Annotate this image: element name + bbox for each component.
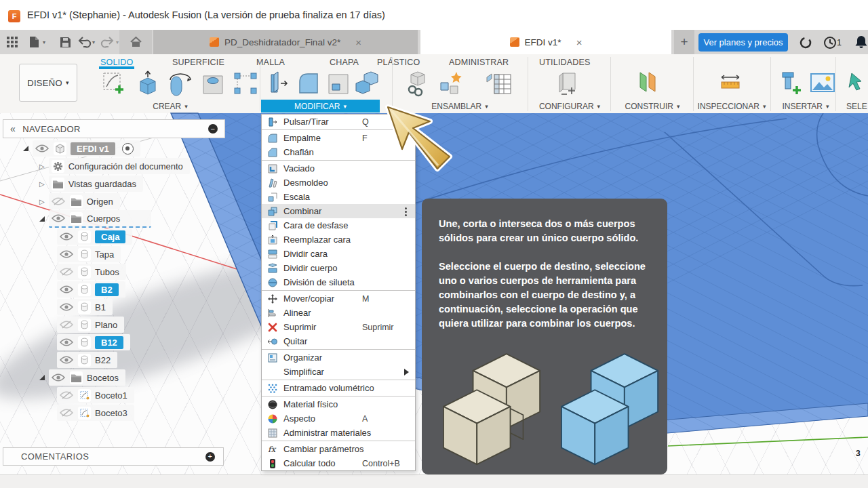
tree-item[interactable]: Configuración del documento	[49, 158, 190, 174]
menu-item[interactable]: Material físico	[262, 397, 415, 411]
menu-item[interactable]: Entramado volumétrico	[262, 381, 415, 395]
file-menu-icon[interactable]	[26, 34, 42, 50]
group-label-inspeccionar[interactable]: INSPECCIONAR	[694, 100, 769, 113]
tree-row[interactable]: Tapa	[0, 245, 121, 263]
comments-bar[interactable]: COMENTARIOS +	[3, 447, 224, 466]
tree-item[interactable]: B2	[57, 281, 125, 298]
tree-row[interactable]: Cuerpos	[0, 210, 151, 228]
app-grid-icon[interactable]	[4, 34, 20, 50]
measure-icon[interactable]	[716, 69, 746, 98]
menu-item[interactable]: Quitar	[262, 334, 415, 348]
tree-item[interactable]: Tubos	[57, 264, 126, 280]
tree-item-label[interactable]: B2	[95, 283, 119, 296]
close-tab-icon[interactable]: ×	[576, 37, 583, 48]
tree-item[interactable]: B1	[57, 299, 113, 315]
configure-icon[interactable]	[555, 69, 585, 98]
tree-item-label[interactable]: B12	[95, 336, 123, 349]
shell-box-icon[interactable]	[324, 69, 353, 98]
home-view-button[interactable]	[119, 30, 152, 54]
create-sketch-icon[interactable]	[99, 69, 129, 98]
visibility-eye-icon[interactable]	[60, 356, 74, 365]
tree-item-label[interactable]: Boceto3	[95, 408, 127, 418]
group-label-configurar[interactable]: CONFIGURAR	[536, 100, 604, 113]
tree-item-label[interactable]: Configuración del documento	[68, 161, 183, 171]
document-tab-deshidratador[interactable]: PD_Deshidratador_Final v2* ×	[153, 30, 418, 54]
visibility-eye-icon[interactable]	[60, 250, 74, 259]
tree-item-label[interactable]: Boceto1	[95, 390, 127, 401]
tree-item[interactable]: Origen	[49, 193, 120, 209]
menu-item[interactable]: SuprimirSuprimir	[262, 320, 415, 334]
workspace-selector[interactable]: DISEÑO	[19, 64, 77, 102]
visibility-eye-icon[interactable]	[52, 373, 66, 382]
menu-item[interactable]: Simplificar	[262, 365, 415, 379]
tree-row[interactable]: Boceto1	[0, 386, 134, 404]
close-tab-icon[interactable]: ×	[355, 37, 361, 48]
tree-item-label[interactable]: Cuerpos	[87, 214, 120, 224]
menu-item[interactable]: Administrar materiales	[262, 426, 415, 440]
menu-item[interactable]: Combinar	[262, 204, 415, 218]
tree-row[interactable]: ▷Configuración del documento	[0, 157, 190, 175]
ribbon-tab-administrar[interactable]: ADMINISTRAR	[449, 58, 509, 67]
press-pull-icon[interactable]	[264, 69, 293, 98]
tree-row[interactable]: B12	[0, 333, 130, 351]
ribbon-tab-superficie[interactable]: SUPERFICIE	[172, 58, 224, 67]
construct-plane-icon[interactable]	[633, 69, 662, 98]
new-tab-button[interactable]: +	[674, 30, 694, 54]
ribbon-tab-utilidades[interactable]: UTILIDADES	[539, 58, 591, 67]
expand-arrow[interactable]: ▷	[39, 198, 45, 205]
hidden-eye-icon[interactable]	[60, 409, 74, 418]
tree-item-label[interactable]: Tapa	[95, 249, 114, 260]
menu-item[interactable]: Mover/copiarM	[262, 291, 415, 306]
tree-item-label[interactable]: Vistas guardadas	[68, 179, 136, 189]
menu-item[interactable]: Calcular todoControl+B	[262, 456, 415, 470]
tree-row[interactable]: EFDI v1	[0, 140, 140, 157]
group-label-crear[interactable]: CREAR	[99, 100, 241, 113]
extensions-icon[interactable]	[797, 35, 814, 51]
tree-row[interactable]: Boceto3	[0, 404, 134, 422]
visibility-eye-icon[interactable]	[52, 214, 66, 223]
pattern-icon[interactable]	[231, 69, 260, 98]
tree-item-label[interactable]: B22	[95, 355, 111, 365]
ribbon-tab-solido[interactable]: SOLIDO	[100, 58, 133, 67]
tree-row[interactable]: Plano	[0, 316, 124, 333]
tree-row[interactable]: Caja	[0, 228, 132, 245]
tree-item[interactable]: Cuerpos	[49, 210, 151, 228]
menu-item[interactable]: fxCambiar parámetros	[262, 442, 415, 456]
expand-arrow[interactable]	[23, 146, 28, 151]
hidden-eye-icon[interactable]	[52, 197, 66, 206]
tree-item[interactable]: Boceto1	[57, 387, 134, 403]
tree-item[interactable]: Vistas guardadas	[49, 176, 143, 192]
menu-item[interactable]: Desmoldeo	[262, 176, 415, 190]
group-label-seleccionar[interactable]: SELE	[846, 100, 868, 113]
collapse-browser-icon[interactable]: «	[10, 123, 16, 134]
menu-item[interactable]: División de silueta	[262, 275, 415, 289]
tree-item-label[interactable]: Plano	[95, 320, 117, 330]
hidden-eye-icon[interactable]	[60, 321, 74, 329]
tree-item-label[interactable]: EFDI v1	[71, 142, 115, 155]
ribbon-tab-malla[interactable]: MALLA	[256, 58, 285, 67]
extrude-icon[interactable]	[133, 69, 163, 98]
visibility-eye-icon[interactable]	[60, 232, 74, 241]
menu-item[interactable]: Alinear	[262, 306, 415, 320]
menu-item[interactable]: Escala	[262, 190, 415, 204]
tree-item-label[interactable]: Bocetos	[87, 373, 119, 383]
tree-item-label[interactable]: Tubos	[95, 267, 119, 277]
undo-caret[interactable]: ▾	[90, 34, 97, 50]
tree-item[interactable]: Bocetos	[49, 369, 125, 386]
hidden-eye-icon[interactable]	[60, 391, 74, 400]
tree-row[interactable]: B2	[0, 281, 125, 298]
tree-row[interactable]: Tubos	[0, 263, 126, 281]
expand-arrow[interactable]	[39, 375, 45, 380]
add-comment-icon[interactable]: +	[205, 452, 215, 462]
tree-item[interactable]: EFDI v1	[33, 140, 140, 157]
insert-fastener-icon[interactable]	[778, 69, 806, 98]
tree-row[interactable]: B1	[0, 298, 113, 316]
menu-item[interactable]: Reemplazar cara	[262, 232, 415, 247]
tree-item[interactable]: Tapa	[57, 246, 121, 262]
fillet-icon[interactable]	[294, 69, 323, 98]
notifications-bell-icon[interactable]	[853, 34, 868, 50]
tree-item[interactable]: B12	[57, 334, 130, 350]
tree-row[interactable]: ▷Origen	[0, 192, 120, 210]
expand-arrow[interactable]	[39, 216, 45, 222]
ribbon-tab-chapa[interactable]: CHAPA	[330, 58, 359, 67]
